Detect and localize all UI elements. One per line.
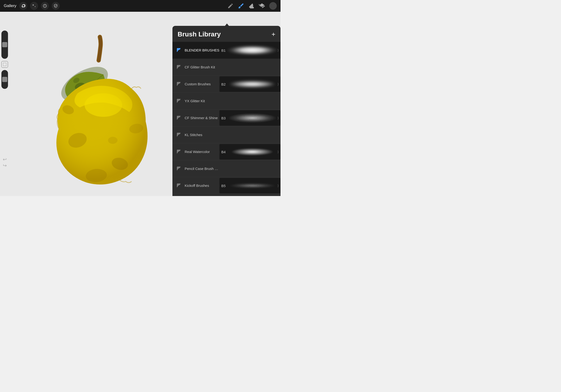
brush-name-cf-shimmer: CF Shimmer & Shine xyxy=(185,116,219,120)
brush-preview-none5 xyxy=(219,195,280,196)
add-brush-button[interactable]: + xyxy=(271,31,275,38)
svg-point-12 xyxy=(108,137,118,144)
brush-item-cf-shimmer[interactable]: CF Shimmer & Shine B3 ⟩ xyxy=(173,109,280,126)
canvas-artwork xyxy=(14,23,183,196)
undo-redo: ↩ ↪ xyxy=(3,157,7,168)
brush-b2-label: B2 xyxy=(221,82,226,86)
size-slider[interactable] xyxy=(1,70,8,89)
brush-preview-b4: B4 ⟩ xyxy=(219,144,280,160)
wrench-icon[interactable] xyxy=(19,2,27,10)
layers-icon[interactable] xyxy=(259,3,265,9)
brush-preview-none3 xyxy=(219,127,280,143)
brush-item-kl-stitches[interactable]: KL Stitches xyxy=(173,126,280,143)
brush-name-custom: Custom Brushes xyxy=(185,82,219,86)
brush-item-kickoff[interactable]: Kickoff Brushes B5 ⟩ xyxy=(173,177,280,194)
user-avatar[interactable] xyxy=(269,2,277,10)
brush-b5-label: B5 xyxy=(221,184,226,187)
brush-b1-arrow: ⟩ xyxy=(278,48,279,52)
left-sidebar: ↩ ↪ xyxy=(0,31,9,168)
brush-name-cf-glitter: CF Glitter Brush Kit xyxy=(185,65,219,69)
brush-b5-arrow: ⟩ xyxy=(278,184,279,187)
brush-icon-pencil-case-1 xyxy=(176,165,182,172)
brush-item-custom[interactable]: Custom Brushes B2 ⟩ xyxy=(173,76,280,93)
brush-panel-header: Brush Library + xyxy=(173,26,280,42)
brush-name-kl-stitches: KL Stitches xyxy=(185,133,219,137)
brush-item-real-watercolor[interactable]: Real Watercolor B4 ⟩ xyxy=(173,143,280,160)
svg-rect-0 xyxy=(3,63,6,66)
brush-item-cf-glitter[interactable]: CF Glitter Brush Kit xyxy=(173,59,280,76)
brush-b4-arrow: ⟩ xyxy=(278,150,279,154)
brush-preview-b5: B5 ⟩ xyxy=(219,178,280,193)
top-bar-right xyxy=(227,2,277,10)
brush-preview-none1 xyxy=(219,59,280,75)
brush-tool-icon[interactable] xyxy=(238,3,244,9)
brush-preview-b2: B2 ⟩ xyxy=(219,76,280,92)
brush-panel-title: Brush Library xyxy=(178,31,221,38)
size-thumb xyxy=(2,77,7,82)
brush-icon-real-watercolor xyxy=(176,149,182,155)
brush-item-pencil-case-2[interactable]: Pencil Case Brush Pa... xyxy=(173,194,280,196)
brush-icon-yx-glitter xyxy=(176,98,182,104)
eraser-tool-icon[interactable] xyxy=(248,3,255,9)
opacity-thumb xyxy=(2,42,7,47)
brush-b3-label: B3 xyxy=(221,116,226,120)
arrow-icon[interactable] xyxy=(52,2,60,10)
opacity-slider[interactable] xyxy=(1,31,8,59)
brush-preview-none2 xyxy=(219,93,280,109)
brush-item-yx-glitter[interactable]: YX Glitter Kit xyxy=(173,93,280,109)
brush-icon-cf-shimmer xyxy=(176,115,182,121)
brush-icon-kickoff xyxy=(176,182,182,189)
redo-button[interactable]: ↪ xyxy=(3,163,7,168)
brush-name-real-watercolor: Real Watercolor xyxy=(185,150,219,154)
gallery-button[interactable]: Gallery xyxy=(4,3,16,8)
brush-b2-arrow: ⟩ xyxy=(278,82,279,86)
brush-name-pencil-case-1: Pencil Case Brush Pa... xyxy=(185,167,219,171)
top-bar-left: Gallery xyxy=(4,2,60,10)
brush-icon-custom xyxy=(176,81,182,87)
brush-library-panel: Brush Library + BLENDER BRUSHES B1 ⟩ xyxy=(173,26,280,196)
canvas-area: ↩ ↪ xyxy=(0,12,280,196)
top-bar: Gallery xyxy=(0,0,280,12)
brush-list: BLENDER BRUSHES B1 ⟩ CF Glitter Brush Ki… xyxy=(173,42,280,196)
brush-name-blender: BLENDER BRUSHES xyxy=(185,48,219,52)
brush-b1-label: B1 xyxy=(221,48,226,52)
magic-wand-icon[interactable] xyxy=(30,2,38,10)
brush-icon-kl-stitches xyxy=(176,132,182,138)
brush-item-pencil-case-1[interactable]: Pencil Case Brush Pa... xyxy=(173,160,280,177)
brush-item-blender[interactable]: BLENDER BRUSHES B1 ⟩ xyxy=(173,42,280,59)
brush-b3-arrow: ⟩ xyxy=(278,116,279,120)
brush-preview-b3: B3 ⟩ xyxy=(219,110,280,126)
brush-icon-blender xyxy=(176,47,182,54)
sketch-icon[interactable] xyxy=(41,2,49,10)
brush-name-kickoff: Kickoff Brushes xyxy=(185,184,219,187)
panel-arrow xyxy=(225,23,229,26)
brush-name-yx-glitter: YX Glitter Kit xyxy=(185,99,219,103)
brush-preview-b1: B1 ⟩ xyxy=(219,43,280,58)
color-square[interactable] xyxy=(1,61,8,68)
brush-icon-cf-glitter xyxy=(176,64,182,70)
brush-preview-none4 xyxy=(219,161,280,176)
pen-tool-icon[interactable] xyxy=(227,3,234,9)
undo-button[interactable]: ↩ xyxy=(3,157,7,162)
brush-b4-label: B4 xyxy=(221,150,226,154)
